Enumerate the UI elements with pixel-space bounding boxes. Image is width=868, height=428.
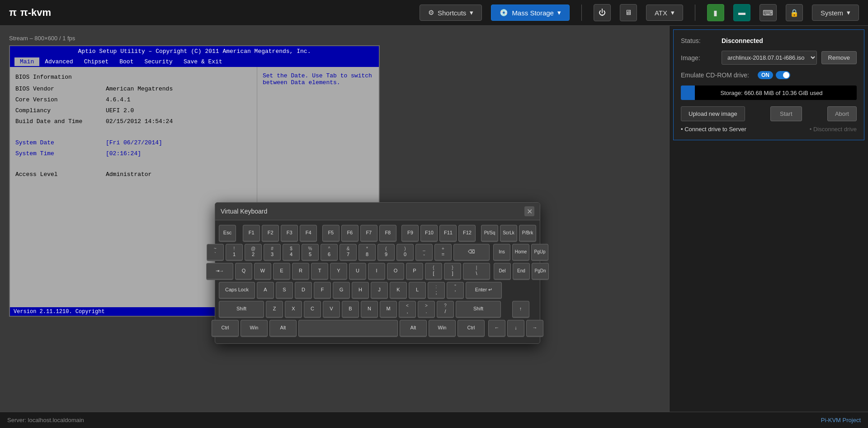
ms-upload-button[interactable]: Upload new image: [681, 106, 745, 121]
key-k[interactable]: K: [390, 282, 407, 299]
key-f11[interactable]: F11: [439, 225, 457, 242]
key-esc[interactable]: Esc: [219, 225, 236, 242]
key-o[interactable]: O: [387, 263, 404, 280]
key-3[interactable]: #3: [264, 244, 281, 261]
bios-nav-security[interactable]: Security: [139, 57, 178, 66]
key-f7[interactable]: F7: [360, 225, 377, 242]
key-backslash[interactable]: |\: [463, 263, 490, 280]
key-arrow-down[interactable]: ↓: [507, 320, 524, 337]
key-scrlk[interactable]: ScrLk: [500, 225, 517, 242]
key-g[interactable]: G: [333, 282, 350, 299]
key-0[interactable]: )0: [396, 244, 414, 261]
teal-icon-btn[interactable]: ▬: [733, 4, 750, 21]
pikvm-project-link[interactable]: Pi-KVM Project: [821, 417, 861, 423]
key-f10[interactable]: F10: [420, 225, 438, 242]
bios-nav-main[interactable]: Main: [14, 57, 39, 66]
key-f4[interactable]: F4: [300, 225, 317, 242]
key-f5[interactable]: F5: [322, 225, 340, 242]
key-7[interactable]: &7: [340, 244, 357, 261]
key-quote[interactable]: "': [447, 282, 464, 299]
key-q[interactable]: Q: [235, 263, 252, 280]
key-a[interactable]: A: [257, 282, 274, 299]
green-icon-btn[interactable]: ▮: [707, 4, 724, 21]
vkb-close-button[interactable]: ✕: [524, 206, 534, 216]
mass-storage-button[interactable]: 💿 Mass Storage ▾: [491, 5, 570, 21]
key-ins[interactable]: Ins: [493, 244, 510, 261]
key-z[interactable]: Z: [266, 301, 283, 318]
key-backtick[interactable]: ~`: [207, 244, 224, 261]
key-t[interactable]: T: [311, 263, 328, 280]
key-8[interactable]: *8: [359, 244, 376, 261]
key-alt-right[interactable]: Alt: [400, 320, 427, 337]
key-d[interactable]: D: [295, 282, 312, 299]
key-win-right[interactable]: Win: [429, 320, 456, 337]
key-rbracket[interactable]: }]: [444, 263, 461, 280]
atx-button[interactable]: ATX ▾: [646, 5, 683, 21]
key-alt-left[interactable]: Alt: [269, 320, 297, 337]
key-b[interactable]: B: [342, 301, 359, 318]
keyboard-icon-btn[interactable]: ⌨: [760, 4, 777, 21]
key-arrow-up[interactable]: ↑: [512, 301, 529, 318]
key-w[interactable]: W: [254, 263, 271, 280]
key-y[interactable]: Y: [330, 263, 347, 280]
key-n[interactable]: N: [361, 301, 378, 318]
lock-icon-btn[interactable]: 🔒: [786, 4, 803, 21]
key-lbracket[interactable]: {[: [425, 263, 442, 280]
key-f3[interactable]: F3: [281, 225, 298, 242]
key-backspace[interactable]: ⌫: [453, 244, 490, 261]
key-p[interactable]: P: [406, 263, 423, 280]
bios-nav-advanced[interactable]: Advanced: [39, 57, 78, 66]
key-s[interactable]: S: [276, 282, 293, 299]
power-button[interactable]: ⏻: [594, 4, 611, 21]
key-arrow-left[interactable]: ←: [488, 320, 505, 337]
key-9[interactable]: (9: [377, 244, 395, 261]
ms-emulate-toggle[interactable]: ON: [758, 71, 790, 79]
key-e[interactable]: E: [273, 263, 290, 280]
system-button[interactable]: System ▾: [812, 5, 859, 21]
ms-remove-button[interactable]: Remove: [821, 51, 857, 64]
key-tab[interactable]: ⇥→: [206, 263, 233, 280]
key-h[interactable]: H: [352, 282, 369, 299]
key-comma[interactable]: <,: [399, 301, 416, 318]
key-m[interactable]: M: [380, 301, 397, 318]
key-ptsq[interactable]: Pt/Sq: [481, 225, 498, 242]
key-f[interactable]: F: [314, 282, 331, 299]
display-button[interactable]: 🖥: [620, 4, 637, 21]
key-f8[interactable]: F8: [379, 225, 396, 242]
key-equals[interactable]: +=: [434, 244, 452, 261]
key-pgup[interactable]: PgUp: [531, 244, 548, 261]
key-u[interactable]: U: [349, 263, 366, 280]
key-enter[interactable]: Enter ↵: [466, 282, 502, 299]
key-del[interactable]: Del: [494, 263, 511, 280]
bios-nav-save-exit[interactable]: Save & Exit: [178, 57, 228, 66]
key-6[interactable]: ^6: [321, 244, 338, 261]
shortcuts-button[interactable]: ⚙ Shortcuts ▾: [420, 5, 482, 21]
ms-start-button[interactable]: Start: [770, 106, 802, 121]
key-win-left[interactable]: Win: [241, 320, 268, 337]
key-i[interactable]: I: [368, 263, 385, 280]
key-semicolon[interactable]: :;: [428, 282, 445, 299]
key-f2[interactable]: F2: [262, 225, 279, 242]
key-f12[interactable]: F12: [458, 225, 476, 242]
key-f6[interactable]: F6: [341, 225, 359, 242]
ms-abort-button[interactable]: Abort: [827, 106, 857, 121]
key-period[interactable]: >.: [418, 301, 435, 318]
key-shift-left[interactable]: Shift: [219, 301, 264, 318]
key-f9[interactable]: F9: [401, 225, 419, 242]
key-l[interactable]: L: [409, 282, 426, 299]
key-c[interactable]: C: [304, 301, 321, 318]
key-slash[interactable]: ?/: [437, 301, 454, 318]
ms-connect-button[interactable]: • Connect drive to Server: [681, 126, 746, 133]
key-j[interactable]: J: [371, 282, 388, 299]
key-pgdn[interactable]: PgDn: [532, 263, 549, 280]
key-pbrk[interactable]: P/Brk: [519, 225, 536, 242]
bios-nav-boot[interactable]: Boot: [114, 57, 139, 66]
key-arrow-right[interactable]: →: [526, 320, 543, 337]
key-1[interactable]: !1: [226, 244, 243, 261]
key-ctrl-left[interactable]: Ctrl: [212, 320, 239, 337]
key-f1[interactable]: F1: [243, 225, 260, 242]
key-x[interactable]: X: [285, 301, 302, 318]
key-5[interactable]: %5: [302, 244, 319, 261]
key-home[interactable]: Home: [512, 244, 529, 261]
key-4[interactable]: $4: [283, 244, 300, 261]
